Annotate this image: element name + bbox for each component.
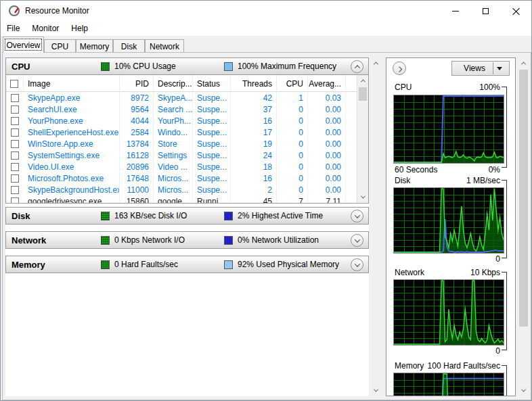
cell-image: YourPhone.exe [24,115,120,126]
table-row[interactable]: YourPhone.exe4044YourPh...Suspe...1600.0… [6,115,357,126]
scroll-down-icon[interactable] [370,385,382,396]
row-checkbox[interactable] [6,184,24,195]
cpu-chart-min-label: 0% [489,165,500,174]
cell-description: YourPh... [154,115,193,126]
cpu-section-header[interactable]: CPU 10% CPU Usage 100% Maximum Frequency [5,57,369,75]
column-header-description[interactable]: Descrip... [154,75,193,92]
views-button[interactable]: Views [451,61,510,76]
table-row[interactable]: ShellExperienceHost.exe2584Windo...Suspe… [6,126,357,138]
title-bar[interactable]: Resource Monitor [1,1,531,21]
row-checkbox[interactable] [6,115,24,126]
row-checkbox[interactable] [6,172,24,184]
cpu-frequency-swatch [224,62,233,71]
column-header-threads[interactable]: Threads [231,75,277,92]
network-util-swatch [224,236,233,245]
column-header-pid[interactable]: PID [120,75,154,92]
menu-help[interactable]: Help [65,22,94,35]
memory-faults-legend: 0 Hard Faults/sec [101,260,224,269]
row-checkbox[interactable] [6,195,24,203]
network-expand-button[interactable] [351,234,363,247]
disk-section-header[interactable]: Disk 163 KB/sec Disk I/O 2% Highest Acti… [5,207,369,225]
tab-memory[interactable]: Memory [76,39,113,53]
minimize-button[interactable] [440,1,470,21]
disk-section-title: Disk [6,211,101,221]
scroll-down-icon[interactable] [357,191,368,203]
cpu-section-title: CPU [6,62,101,72]
row-checkbox[interactable] [6,103,24,115]
cell-average: 0.00 [308,126,346,138]
memory-used-legend: 92% Used Physical Memory [224,260,347,269]
table-row[interactable]: WinStore.App.exe13784StoreSuspe...1900.0… [6,138,357,149]
scroll-down-icon[interactable] [518,385,529,396]
table-row[interactable]: googledrivesync.exe15860google...Runni..… [6,195,357,203]
disk-io-swatch [101,212,110,220]
cpu-collapse-button[interactable] [351,60,363,73]
network-chart-max-label: 10 Kbps [470,268,500,277]
process-table: Image PID Descrip... Status Threads CPU … [5,75,369,204]
scroll-up-icon[interactable] [518,57,529,69]
network-section-header[interactable]: Network 0 Kbps Network I/O 0% Network Ut… [5,231,369,249]
row-checkbox[interactable] [6,138,24,149]
disk-active-swatch [224,212,233,220]
cell-threads: 16 [231,172,277,184]
cell-cpu: 0 [277,184,308,195]
memory-faults-swatch [101,260,110,269]
tab-overview[interactable]: Overview [3,37,44,53]
tab-cpu[interactable]: CPU [44,39,76,53]
table-scrollbar[interactable] [357,75,368,203]
table-row[interactable]: SearchUI.exe9564Search ...Suspe...3700.0… [6,103,357,115]
scroll-up-icon[interactable] [370,57,382,69]
maximize-button[interactable] [470,1,501,21]
table-row[interactable]: SystemSettings.exe16128SettingsSuspe...2… [6,149,357,161]
tab-disk[interactable]: Disk [113,39,145,53]
column-header-image[interactable]: Image [24,75,120,92]
left-pane-scrollbar[interactable] [370,57,382,396]
views-dropdown[interactable] [493,62,505,74]
tab-network[interactable]: Network [145,39,184,53]
close-icon [512,7,520,15]
menu-monitor[interactable]: Monitor [26,22,65,35]
close-button[interactable] [501,1,531,21]
table-row[interactable]: Video.UI.exe20896Video ...Suspe...1800.0… [6,161,357,172]
disk-chart-min-label: 0 [495,254,500,264]
select-all-checkbox[interactable] [6,75,24,92]
column-header-average[interactable]: Averag... [308,75,346,92]
cell-image: googledrivesync.exe [24,195,120,203]
memory-expand-button[interactable] [351,258,363,271]
cell-cpu: 0 [277,115,308,126]
cell-description: Store [154,138,193,149]
cell-threads: 24 [231,149,277,161]
table-row[interactable]: Microsoft.Photos.exe17648Micros...Suspe.… [6,172,357,184]
table-row[interactable]: SkypeBackgroundHost.exe11000Micros...Sus… [6,184,357,195]
column-header-status[interactable]: Status [193,75,231,92]
row-checkbox[interactable] [6,161,24,172]
views-button-label: Views [456,62,493,74]
cell-description: Video ... [154,161,193,172]
table-scrollbar-thumb[interactable] [359,87,367,101]
row-checkbox[interactable] [6,149,24,161]
cpu-usage-swatch [101,62,110,71]
cpu-usage-legend: 10% CPU Usage [101,62,224,71]
cell-cpu: 0 [277,138,308,149]
cell-pid: 17648 [120,172,154,184]
disk-chart-title: Disk [395,176,410,185]
menu-file[interactable]: File [1,22,26,35]
scroll-up-icon[interactable] [357,75,368,87]
graphs-panel: Views CPU 100% 60 Seconds 0% Disk 1 MB/s… [386,57,516,396]
disk-io-legend: 163 KB/sec Disk I/O [101,211,224,220]
cpu-frequency-legend: 100% Maximum Frequency [224,62,347,71]
cell-image: SearchUI.exe [24,103,120,115]
panel-toggle-button[interactable] [393,62,406,75]
row-checkbox[interactable] [6,92,24,103]
column-header-cpu[interactable]: CPU [277,75,308,92]
disk-expand-button[interactable] [351,210,363,222]
network-io-label: 0 Kbps Network I/O [114,235,185,245]
row-checkbox[interactable] [6,126,24,138]
window-scrollbar[interactable] [518,57,529,396]
table-row[interactable]: SkypeApp.exe8972SkypeA...Suspe...4210.03 [6,92,357,103]
cell-status: Suspe... [193,126,231,138]
cell-image: SystemSettings.exe [24,149,120,161]
window-scrollbar-thumb[interactable] [519,70,528,327]
memory-section-header[interactable]: Memory 0 Hard Faults/sec 92% Used Physic… [5,256,369,273]
memory-chart-title: Memory [395,361,424,371]
